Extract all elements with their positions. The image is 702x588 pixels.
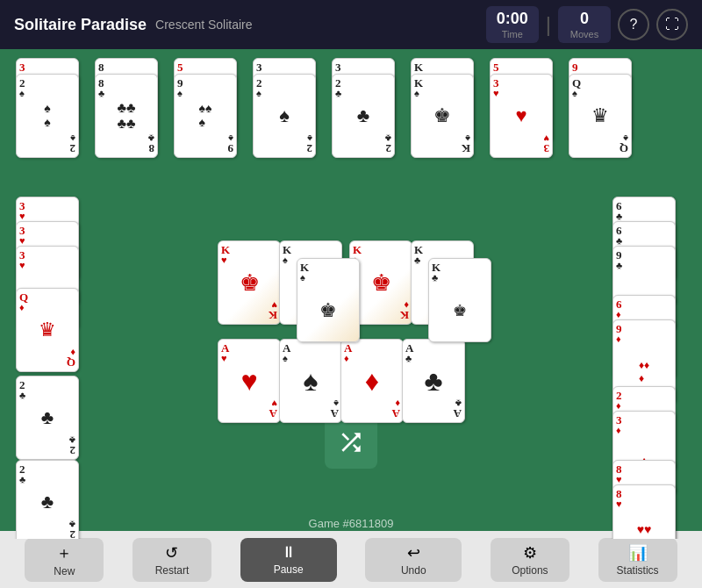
middle-king-s2[interactable]: K ♠ ♚ <box>297 258 360 342</box>
foundation-left-2c[interactable]: 2 ♣ ♣ ♣ 2 <box>16 376 79 460</box>
undo-label: Undo <box>401 564 426 577</box>
middle-ace-d[interactable]: A ♦ ♦ ♦ A <box>340 339 404 423</box>
tableau-card-7b[interactable]: 3 ♥ ♥ ♥ 3 <box>490 74 553 158</box>
game-area: 3 ♦ ♦ ♦ 3 2 ♠ ♠♠ ♠ 2 8 ♣ ♣♣♣♣♣♣ ♣ 8 8 ♣ … <box>0 49 702 539</box>
tableau-card-4b[interactable]: 2 ♠ ♠ ♠ 2 <box>253 74 316 158</box>
pause-button[interactable]: ⏸ Pause <box>240 538 337 582</box>
options-icon: ⚙ <box>523 543 537 563</box>
undo-button[interactable]: ↩ Undo <box>365 538 462 582</box>
game-subtitle: Crescent Solitaire <box>155 18 253 32</box>
options-button[interactable]: ⚙ Options <box>491 538 569 582</box>
foundation-right-8h2[interactable]: 8 ♥ ♥♥♥ <box>612 484 676 539</box>
header-left: Solitaire Paradise Crescent Solitaire <box>14 16 253 34</box>
fullscreen-button[interactable]: ⛶ <box>656 9 688 40</box>
restart-icon: ↺ <box>165 543 178 563</box>
moves-label: Moves <box>569 29 600 39</box>
pause-label: Pause <box>274 563 304 576</box>
statistics-button[interactable]: 📊 Statistics <box>598 538 677 582</box>
time-stat: 0:00 Time <box>486 6 539 43</box>
restart-label: Restart <box>155 564 190 577</box>
shuffle-icon <box>337 428 365 456</box>
header: Solitaire Paradise Crescent Solitaire 0:… <box>0 0 702 49</box>
game-number: Game #6811809 <box>309 517 394 530</box>
moves-stat: 0 Moves <box>558 6 611 43</box>
new-button[interactable]: ＋ New <box>25 538 104 582</box>
restart-button[interactable]: ↺ Restart <box>133 538 211 582</box>
tableau-card-6b[interactable]: K ♠ ♚ ♠ K <box>411 74 474 158</box>
time-label: Time <box>497 29 528 39</box>
new-icon: ＋ <box>56 542 72 563</box>
foundation-left-2c2[interactable]: 2 ♣ ♣ ♣ 2 <box>16 460 79 539</box>
header-right: 0:00 Time | 0 Moves ? ⛶ <box>486 6 688 43</box>
tableau-card-5b[interactable]: 2 ♣ ♣ ♣ 2 <box>332 74 395 158</box>
options-label: Options <box>512 564 548 577</box>
app-title: Solitaire Paradise <box>14 16 147 34</box>
toolbar: ＋ New ↺ Restart ⏸ Pause ↩ Undo ⚙ Options… <box>0 531 702 588</box>
reshuffle-button[interactable] <box>325 416 377 469</box>
tableau-card-8b[interactable]: Q ♠ ♛ ♠ Q <box>569 74 632 158</box>
tableau-card-3b[interactable]: 9 ♠ ♠♠♠ ♠ 9 <box>174 74 237 158</box>
moves-value: 0 <box>569 10 600 29</box>
undo-icon: ↩ <box>407 543 420 563</box>
statistics-label: Statistics <box>617 564 659 577</box>
time-value: 0:00 <box>497 10 528 29</box>
middle-king-c2[interactable]: K ♣ ♚ <box>428 258 491 342</box>
middle-ace-c[interactable]: A ♣ ♣ ♣ A <box>402 339 465 423</box>
statistics-icon: 📊 <box>628 543 648 563</box>
help-button[interactable]: ? <box>618 9 649 40</box>
tableau-card-2b[interactable]: 8 ♣ ♣♣♣♣ ♣ 8 <box>95 74 158 158</box>
new-label: New <box>54 565 75 577</box>
stat-divider: | <box>546 12 551 37</box>
foundation-left-queen[interactable]: Q ♦ ♛ ♦ Q <box>16 288 79 372</box>
pause-icon: ⏸ <box>281 543 297 562</box>
middle-ace-h[interactable]: A ♥ ♥ ♥ A <box>218 339 281 423</box>
middle-ace-s[interactable]: A ♠ ♠ ♠ A <box>279 339 342 423</box>
middle-king-h[interactable]: K ♥ ♚ ♥ K <box>218 240 281 325</box>
tableau-card-1b[interactable]: 2 ♠ ♠♠ ♠ 2 <box>16 74 79 158</box>
